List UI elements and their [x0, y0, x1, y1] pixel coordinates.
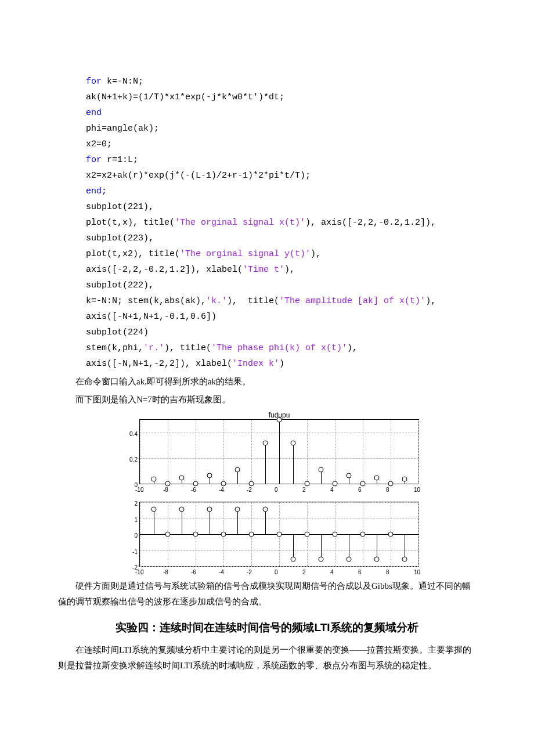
x-tick-label: -4	[219, 567, 224, 578]
code-text: x2=x2+ak(r)*exp(j*(-(L-1)/2+r-1)*2*pi*t/…	[86, 171, 311, 181]
string-literal: 'The amplitude [ak] of x(t)'	[279, 296, 425, 306]
stem-marker	[305, 532, 310, 537]
stem-marker	[388, 481, 394, 487]
string-literal: 'k.'	[206, 296, 227, 306]
stem-marker	[207, 473, 212, 478]
x-tick-label: 4	[330, 485, 334, 495]
stem-marker	[277, 417, 282, 423]
keyword-for: for	[86, 77, 102, 87]
code-text: subplot(224)	[86, 327, 149, 337]
keyword-end: end;	[86, 186, 107, 196]
string-literal: 'Time t'	[243, 265, 284, 275]
stem-marker	[374, 476, 380, 481]
y-tick-label: 1	[134, 515, 138, 525]
code-text: ),	[284, 265, 295, 275]
stem-marker	[360, 481, 366, 487]
x-tick-label: 2	[302, 485, 306, 495]
code-text: r=1:L;	[102, 155, 138, 165]
keyword-for: for	[86, 155, 102, 165]
stem-marker	[347, 557, 352, 562]
charts-container: fudupu 00.20.4-10-8-6-4-20246810 -2-1012…	[116, 419, 418, 567]
code-text: axis([-N+1,N+1,-0.1,0.6])	[86, 312, 217, 322]
x-tick-label: 6	[358, 567, 362, 578]
string-literal: 'r.'	[143, 343, 164, 353]
x-tick-label: -6	[191, 485, 196, 495]
paragraph: 在命令窗口输入ak,即可得到所求的ak的结果。	[58, 374, 476, 390]
x-tick-label: -10	[135, 485, 143, 495]
x-tick-label: 4	[330, 567, 334, 578]
code-text: ), title(	[227, 296, 279, 306]
stem-marker	[249, 481, 254, 487]
stem-marker	[402, 557, 407, 562]
code-text: phi=angle(ak);	[86, 124, 159, 134]
paragraph: 而下图则是输入N=7时的吉布斯现象图。	[58, 392, 476, 408]
stem-marker	[235, 506, 240, 512]
stem-marker	[291, 557, 296, 562]
y-tick-label: 2	[134, 499, 138, 509]
code-text: plot(t,x2), title(	[86, 249, 180, 259]
code-text: axis([-N,N+1,-2,2]), xlabel(	[86, 359, 232, 369]
code-text: x2=0;	[86, 139, 112, 149]
x-tick-label: 8	[386, 567, 389, 578]
code-text: axis([-2,2,-0.2,1.2]), xlabel(	[86, 265, 243, 275]
stem-marker	[333, 481, 338, 487]
x-tick-label: 2	[302, 567, 306, 578]
stem-marker	[319, 557, 324, 562]
stem-marker	[277, 532, 282, 537]
string-literal: 'The orginal signal y(t)'	[180, 249, 311, 259]
x-tick-label: -8	[163, 567, 168, 578]
string-literal: 'Index k'	[232, 359, 279, 369]
stem-marker	[263, 440, 268, 445]
x-tick-label: 6	[358, 485, 362, 495]
y-tick-label: 0.2	[129, 455, 138, 465]
stem-marker	[360, 532, 366, 537]
stem-marker	[193, 532, 199, 537]
x-tick-label: 10	[414, 567, 420, 578]
code-text: ),	[311, 249, 321, 259]
string-literal: 'The phase phi(k) of x(t)'	[211, 343, 347, 353]
paragraph: 硬件方面则是通过信号与系统试验箱的信号合成模块实现周期信号的合成以及Gibbs现…	[58, 578, 476, 610]
stem-marker	[165, 481, 171, 487]
string-literal: 'The orginal signal x(t)'	[175, 218, 305, 228]
x-tick-label: -4	[219, 485, 224, 495]
y-tick-label: 0	[134, 531, 138, 541]
x-tick-label: 8	[386, 485, 389, 495]
stem-marker	[151, 506, 157, 512]
code-text: ), title(	[164, 343, 211, 353]
stem-marker	[291, 440, 296, 445]
stem-marker	[221, 481, 226, 487]
x-tick-label: -2	[247, 567, 252, 578]
stem-marker	[319, 467, 324, 472]
stem-marker	[179, 476, 185, 481]
code-text: subplot(223),	[86, 233, 154, 243]
code-text: ak(N+1+k)=(1/T)*x1*exp(-j*k*w0*t')*dt;	[86, 92, 284, 102]
stem-marker	[333, 532, 338, 537]
stem-marker	[151, 477, 157, 482]
code-text: subplot(221),	[86, 202, 154, 212]
x-tick-label: -8	[163, 485, 168, 495]
x-tick-label: -10	[135, 567, 143, 578]
stem-marker	[347, 473, 352, 478]
stem-marker	[165, 532, 171, 537]
phase-stem-chart: -2-1012-10-8-6-4-20246810	[139, 502, 419, 567]
section-heading: 实验四：连续时间在连续时间信号的频域LTI系统的复频域分析	[58, 618, 476, 638]
stem-marker	[207, 506, 212, 512]
code-text: plot(t,x), title(	[86, 218, 175, 228]
x-tick-label: 0	[275, 485, 278, 495]
x-tick-label: 10	[414, 485, 420, 495]
y-tick-label: -1	[132, 547, 138, 557]
paragraph: 在连续时间LTI系统的复频域分析中主要讨论的则是另一个很重要的变换——拉普拉斯变…	[58, 642, 476, 674]
x-tick-label: 0	[275, 567, 278, 578]
stem-marker	[305, 481, 310, 487]
y-tick-label: 0.4	[129, 429, 138, 440]
code-text: k=-N:N;	[102, 77, 143, 87]
keyword-end: end	[86, 108, 102, 118]
stem-marker	[235, 467, 240, 472]
code-text: ),	[347, 343, 358, 353]
stem-marker	[249, 532, 254, 537]
code-text: ),	[425, 296, 436, 306]
stem-marker	[179, 506, 185, 512]
x-tick-label: -6	[191, 567, 196, 578]
stem-marker	[402, 477, 407, 482]
code-text: subplot(222),	[86, 280, 154, 290]
